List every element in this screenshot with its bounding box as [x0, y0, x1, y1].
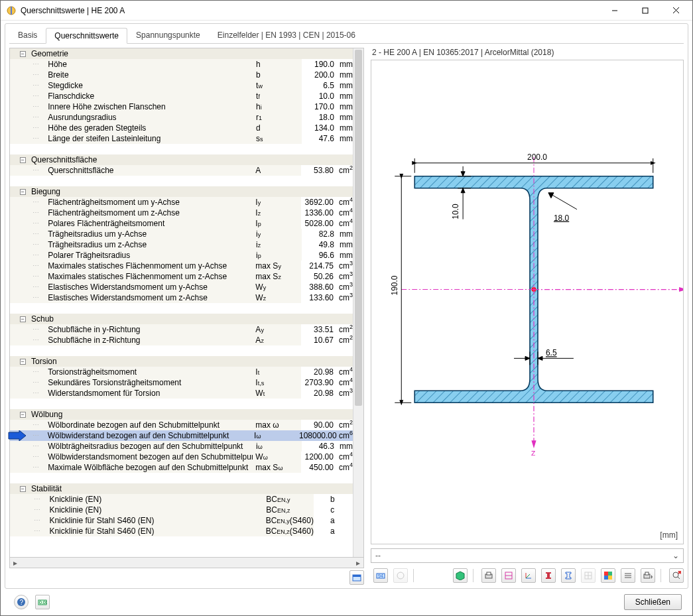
property-row[interactable]: TorsionsträgheitsmomentIt20.98cm4 [10, 367, 353, 377]
tab-basis[interactable]: Basis [9, 27, 46, 43]
property-row[interactable]: Höhe des geraden Stegteilsd134.0mm [10, 123, 353, 133]
svg-rect-45 [604, 572, 608, 576]
svg-rect-36 [487, 572, 491, 575]
section-header[interactable]: −Stabilität [10, 483, 353, 494]
section-fill-button[interactable] [541, 568, 556, 583]
dims-button[interactable] [501, 568, 516, 583]
property-row[interactable]: Knicklinie für Stahl S460 (EN)BCEN,y (S4… [10, 515, 353, 526]
preview-pane: 2 - HE 200 A | EN 10365:2017 | ArcelorMi… [371, 48, 684, 584]
property-row[interactable]: Sekundäres TorsionsträgheitsmomentIt,s27… [10, 377, 353, 388]
property-row[interactable]: Schubfläche in z-RichtungAz10.67cm2 [10, 335, 353, 345]
property-row[interactable]: Knicklinie für Stahl S460 (EN)BCEN,z (S4… [10, 526, 353, 536]
svg-rect-1 [11, 7, 12, 15]
stress-point-button[interactable] [393, 568, 408, 583]
svg-rect-47 [604, 576, 608, 580]
svg-rect-53 [645, 572, 649, 575]
viewer-toolbar: 94 [371, 567, 684, 584]
section-viewer[interactable]: y z 200.0 [371, 60, 684, 544]
colors-button[interactable] [601, 568, 615, 583]
reset-view-button[interactable] [669, 568, 684, 583]
section-header[interactable]: −Wölbung [10, 409, 353, 420]
preview-title: 2 - HE 200 A | EN 10365:2017 | ArcelorMi… [371, 48, 684, 60]
horizontal-scrollbar[interactable]: ▸▸ [9, 558, 364, 568]
property-row[interactable]: Maximale Wölbfläche bezogen auf den Schu… [10, 462, 353, 473]
property-row[interactable]: Flanschdicketf10.0mm [10, 91, 353, 101]
units-button[interactable]: 0,00 [35, 595, 50, 609]
titlebar: Querschnittswerte | HE 200 A [1, 1, 692, 21]
close-button[interactable] [661, 1, 691, 20]
dim-r: 18.0 [554, 214, 570, 223]
property-row[interactable]: Wölbordinate bezogen auf den Schubmittel… [10, 420, 353, 430]
property-row[interactable]: Wölbwiderstand bezogen auf den Schubmitt… [10, 430, 353, 441]
property-row[interactable]: Wölbträgheitsradius bezogen auf den Schu… [10, 441, 353, 452]
property-row[interactable]: QuerschnittsflächeA53.80cm2 [10, 165, 353, 176]
property-row[interactable]: Elastisches Widerstandsmoment um z-Achse… [10, 292, 353, 303]
grid-button[interactable] [581, 568, 596, 583]
window-title: Querschnittswerte | HE 200 A [21, 6, 599, 15]
tab-spannungspunkte[interactable]: Spannungspunkte [127, 27, 209, 43]
export-button[interactable] [349, 570, 364, 585]
close-dialog-label: Schließen [635, 597, 670, 607]
property-row[interactable]: Ausrundungsradiusr118.0mm [10, 112, 353, 123]
dim-tf: 10.0 [451, 204, 460, 219]
viewer-unit-label: [mm] [660, 530, 678, 540]
section-header[interactable]: −Geometrie [10, 48, 353, 59]
property-row[interactable]: Höheh190.0mm [10, 59, 353, 70]
svg-text:94: 94 [378, 574, 383, 578]
property-row[interactable]: Innere Höhe zwischen Flanschenhi170.0mm [10, 101, 353, 112]
dim-tw: 6.5 [546, 348, 557, 357]
svg-line-55 [678, 577, 680, 579]
properties-pane: −GeometrieHöheh190.0mmBreiteb200.0mmSteg… [9, 48, 364, 584]
property-row[interactable]: Knicklinie (EN)BCEN,yb [10, 494, 353, 505]
view-iso-button[interactable] [453, 568, 468, 583]
svg-rect-3 [643, 8, 648, 13]
print-menu-button[interactable] [641, 568, 655, 583]
property-row[interactable]: Widerstandsmoment für TorsionWt20.98cm3 [10, 388, 353, 399]
property-row[interactable]: Maximales statisches Flächenmoment um z-… [10, 271, 353, 282]
property-row[interactable]: Stegdicketw6.5mm [10, 80, 353, 91]
property-row[interactable]: Flächenträgheitsmoment um y-AchseIy3692.… [10, 197, 353, 208]
section-header[interactable]: −Querschnittsfläche [10, 154, 353, 165]
property-row[interactable]: Breiteb200.0mm [10, 70, 353, 80]
property-row[interactable]: Flächenträgheitsmoment um z-AchseIz1336.… [10, 208, 353, 218]
tab-querschnittswerte[interactable]: Querschnittswerte [46, 28, 127, 44]
svg-rect-46 [608, 572, 612, 576]
list-button[interactable] [621, 568, 635, 583]
chevron-down-icon: ⌄ [672, 551, 679, 560]
svg-point-33 [397, 572, 404, 579]
property-row[interactable]: Maximales statisches Flächenmoment um y-… [10, 261, 353, 271]
svg-marker-34 [456, 572, 464, 580]
property-row[interactable]: Trägheitsradius um y-Achseiy82.8mm [10, 229, 353, 239]
close-dialog-button[interactable]: Schließen [624, 594, 682, 610]
svg-text:0,00: 0,00 [39, 600, 47, 605]
vertical-scrollbar[interactable] [353, 48, 363, 557]
property-row[interactable]: Länge der steifen Lasteinleitungss47.6mm [10, 133, 353, 144]
property-row[interactable]: Trägheitsradius um z-Achseiz49.8mm [10, 239, 353, 250]
properties-grid[interactable]: −GeometrieHöheh190.0mmBreiteb200.0mmSteg… [10, 48, 353, 557]
minimize-button[interactable] [599, 1, 630, 20]
maximize-button[interactable] [630, 1, 661, 20]
help-button[interactable]: ? [14, 595, 29, 609]
section-outline-button[interactable] [561, 568, 576, 583]
section-header[interactable]: −Biegung [10, 186, 353, 197]
app-icon [6, 5, 17, 16]
tab-einzelfelder[interactable]: Einzelfelder | EN 1993 | CEN | 2015-06 [209, 27, 364, 43]
svg-rect-48 [608, 576, 612, 580]
values-toggle-button[interactable]: 94 [373, 568, 388, 583]
section-header[interactable]: −Torsion [10, 356, 353, 367]
svg-text:?: ? [20, 599, 24, 606]
property-row[interactable]: Polares FlächenträgheitsmomentIp5028.00c… [10, 218, 353, 229]
property-row[interactable]: Knicklinie (EN)BCEN,zc [10, 505, 353, 515]
property-row[interactable]: Schubfläche in y-RichtungAy33.51cm2 [10, 324, 353, 335]
svg-rect-8 [353, 575, 361, 577]
dialog-footer: ? 0,00 Schließen [5, 589, 688, 615]
section-header[interactable]: −Schub [10, 314, 353, 324]
axes-button[interactable] [521, 568, 536, 583]
dim-width: 200.0 [527, 153, 547, 162]
property-row[interactable]: Polarer Trägheitsradiusip96.6mm [10, 250, 353, 261]
property-row[interactable]: Elastisches Widerstandsmoment um y-Achse… [10, 282, 353, 292]
result-selector[interactable]: -- ⌄ [371, 548, 684, 563]
print-button[interactable] [481, 568, 496, 583]
svg-line-41 [526, 574, 530, 578]
property-row[interactable]: Wölbwiderstandsmoment bezogen auf den Sc… [10, 452, 353, 462]
